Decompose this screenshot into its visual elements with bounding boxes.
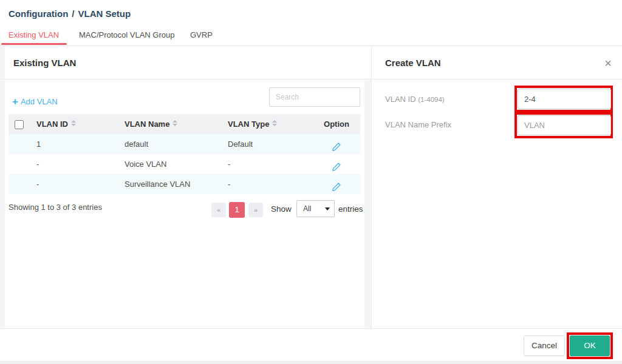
show-label: Show bbox=[271, 204, 292, 214]
table-row: - Voice VLAN - bbox=[9, 154, 360, 174]
page-title: VLAN Setup bbox=[78, 8, 131, 19]
select-all-checkbox[interactable] bbox=[15, 120, 24, 129]
edit-icon[interactable] bbox=[331, 160, 342, 170]
left-gutter bbox=[0, 46, 5, 328]
ok-button[interactable]: OK bbox=[570, 335, 610, 356]
vlan-id-input[interactable] bbox=[518, 89, 611, 109]
breadcrumb-separator: / bbox=[72, 8, 74, 19]
vlan-setup-page: Configuration/VLAN Setup Existing VLAN M… bbox=[0, 0, 622, 364]
entries-label: entries bbox=[338, 204, 363, 214]
header-divider bbox=[0, 79, 622, 79]
column-header-vlan-id[interactable]: VLAN ID bbox=[36, 114, 125, 134]
column-header-vlan-type[interactable]: VLAN Type bbox=[228, 114, 313, 134]
pagination-current-page[interactable]: 1 bbox=[229, 202, 245, 218]
close-icon[interactable]: × bbox=[601, 56, 615, 70]
vlan-name-cell: default bbox=[125, 134, 228, 154]
cancel-button[interactable]: Cancel bbox=[524, 335, 565, 356]
breadcrumb: Configuration/VLAN Setup bbox=[9, 8, 134, 19]
tab-mac-protocol-vlan-group[interactable]: MAC/Protocol VLAN Group bbox=[79, 30, 175, 39]
vertical-divider bbox=[371, 46, 372, 328]
entries-summary: Showing 1 to 3 of 3 entries bbox=[9, 203, 102, 212]
existing-vlan-panel-title: Existing VLAN bbox=[13, 58, 76, 68]
vlan-name-cell: Voice VLAN bbox=[125, 154, 228, 174]
top-bar: Configuration/VLAN Setup Existing VLAN M… bbox=[0, 0, 622, 46]
vlan-type-cell: - bbox=[228, 154, 313, 174]
table-header-row: VLAN ID VLAN Name VLAN Type Option bbox=[9, 114, 360, 134]
add-vlan-button[interactable]: +Add VLAN bbox=[12, 96, 58, 108]
add-vlan-label: Add VLAN bbox=[21, 97, 58, 106]
create-vlan-panel-title: Create VLAN bbox=[385, 58, 441, 68]
sort-icon[interactable] bbox=[272, 120, 277, 126]
show-entries-value: All bbox=[303, 204, 311, 213]
vlan-id-cell: 1 bbox=[36, 134, 125, 154]
vlan-type-cell: - bbox=[228, 174, 313, 194]
vlan-table: VLAN ID VLAN Name VLAN Type Option 1 def… bbox=[9, 114, 360, 194]
footer-divider bbox=[0, 328, 622, 329]
sort-icon[interactable] bbox=[173, 120, 177, 126]
tab-gvrp[interactable]: GVRP bbox=[190, 30, 213, 39]
vlan-name-cell: Surveillance VLAN bbox=[125, 174, 228, 194]
vlan-id-cell: - bbox=[36, 174, 125, 194]
vlan-name-prefix-input[interactable] bbox=[518, 115, 611, 135]
vlan-id-field-label: VLAN ID (1-4094) bbox=[385, 95, 445, 104]
header-checkbox-cell bbox=[9, 114, 36, 134]
vlan-modal: Existing VLAN Create VLAN × +Add VLAN VL… bbox=[0, 46, 622, 361]
column-header-vlan-name[interactable]: VLAN Name bbox=[125, 114, 228, 134]
pagination-prev-button[interactable]: « bbox=[211, 203, 226, 217]
table-row: 1 default Default bbox=[9, 134, 360, 154]
tab-bar: Existing VLAN MAC/Protocol VLAN Group GV… bbox=[0, 29, 622, 46]
vlan-type-cell: Default bbox=[228, 134, 313, 154]
tab-existing-vlan[interactable]: Existing VLAN bbox=[9, 30, 59, 39]
edit-icon[interactable] bbox=[331, 180, 342, 190]
plus-icon: + bbox=[12, 96, 18, 107]
vlan-id-range-hint: (1-4094) bbox=[418, 96, 444, 103]
chevron-down-icon bbox=[325, 207, 330, 211]
vlan-id-cell: - bbox=[36, 154, 125, 174]
breadcrumb-section: Configuration bbox=[9, 8, 68, 19]
column-header-option: Option bbox=[313, 114, 360, 134]
page-background-strip bbox=[0, 361, 622, 364]
search-input[interactable] bbox=[269, 87, 360, 107]
show-entries-select[interactable]: All bbox=[296, 200, 335, 217]
pagination-next-button[interactable]: » bbox=[248, 203, 263, 217]
table-row: - Surveillance VLAN - bbox=[9, 174, 360, 194]
edit-icon[interactable] bbox=[331, 140, 342, 150]
panel-gutter bbox=[364, 79, 371, 328]
vlan-name-prefix-field-label: VLAN Name Prefix bbox=[385, 120, 451, 129]
sort-icon[interactable] bbox=[71, 120, 76, 126]
active-tab-underline bbox=[1, 43, 67, 45]
